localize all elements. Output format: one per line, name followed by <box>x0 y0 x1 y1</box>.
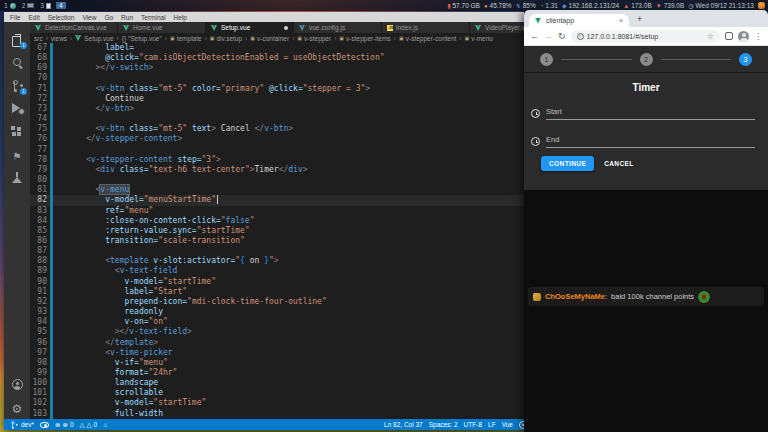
breadcrumb-item[interactable]: ›{} "Setup.vue" <box>116 35 162 42</box>
address-bar[interactable]: i 127.0.0.1:8081/#/setup ☆ <box>571 30 720 43</box>
breadcrumb-item[interactable]: ›▣v-stepper <box>291 35 331 42</box>
status-ln-82-col-37[interactable]: Ln 82, Col 37 <box>384 421 423 428</box>
cancel-button[interactable]: CANCEL <box>604 160 633 167</box>
menu-item-selection[interactable]: Selection <box>44 14 79 21</box>
activity-explorer[interactable]: 1 <box>4 28 30 51</box>
activity-source-control[interactable]: 1 <box>4 74 30 97</box>
workspace-button[interactable]: 2 <box>21 2 36 9</box>
breadcrumb[interactable]: src›views›Setup.vue›{} "Setup.vue"›▣temp… <box>30 33 582 43</box>
start-time-field[interactable]: Start <box>531 102 755 120</box>
extensions-puzzle-icon[interactable] <box>725 32 733 40</box>
browser-menu-icon[interactable]: ⋮ <box>754 32 762 41</box>
activity-bookmarks[interactable] <box>4 143 30 166</box>
browser-tab[interactable]: clientapp × <box>529 14 629 27</box>
breadcrumb-item[interactable]: ›views <box>45 35 67 42</box>
breadcrumb-item[interactable]: ›Setup.vue <box>69 35 113 42</box>
activity-account[interactable] <box>4 373 30 396</box>
code-line[interactable]: 86 transition="scale-transition" <box>30 236 582 246</box>
code-line[interactable]: 78 <v-stepper-content step="3"> <box>30 155 582 165</box>
status-home[interactable]: ⌂ <box>103 421 107 428</box>
code-line[interactable]: 97 <v-time-picker <box>30 348 582 358</box>
menu-item-terminal[interactable]: Terminal <box>137 14 170 21</box>
code-line[interactable]: 76 </v-stepper-content> <box>30 134 582 144</box>
code-line[interactable]: 84 :close-on-content-click="false" <box>30 216 582 226</box>
workspace-button[interactable]: 4 <box>56 2 66 9</box>
profile-avatar[interactable] <box>738 31 749 42</box>
code-line[interactable]: 98 v-if="menu" <box>30 358 582 368</box>
code-line[interactable]: 96 </template> <box>30 338 582 348</box>
code-line[interactable]: 77 <box>30 145 582 155</box>
status-spaces-2[interactable]: Spaces: 2 <box>429 421 458 428</box>
reload-icon[interactable]: ↻ <box>558 32 566 41</box>
code-line[interactable]: 81 <v-menu <box>30 185 582 195</box>
menu-item-edit[interactable]: Edit <box>24 14 43 21</box>
code-line[interactable]: 89 <v-text-field <box>30 266 582 276</box>
editor-tab[interactable]: Home.vue <box>118 22 206 33</box>
code-line[interactable]: 99 format="24hr" <box>30 368 582 378</box>
menu-item-file[interactable]: File <box>6 14 24 21</box>
menu-item-go[interactable]: Go <box>100 14 117 21</box>
editor-tab[interactable]: Setup.vue <box>206 22 294 33</box>
code-line[interactable]: 70 <box>30 73 582 83</box>
code-line[interactable]: 91 label="Start" <box>30 287 582 297</box>
code-line[interactable]: 90 v-model="startTime" <box>30 277 582 287</box>
code-line[interactable]: 73 </v-btn> <box>30 104 582 114</box>
code-line[interactable]: 79 <div class="text-h6 text-center">Time… <box>30 165 582 175</box>
end-field-label[interactable]: End <box>546 135 755 148</box>
status-vue[interactable]: Vue <box>502 421 513 428</box>
code-line[interactable]: 71 <v-btn class="mt-5" color="primary" @… <box>30 84 582 94</box>
status-eye[interactable] <box>40 422 49 428</box>
code-line[interactable]: 69 ></v-switch> <box>30 63 582 73</box>
menu-item-run[interactable]: Run <box>117 14 137 21</box>
forward-icon[interactable]: → <box>544 32 553 41</box>
workspace-button[interactable]: 3 <box>39 2 52 9</box>
editor-tab[interactable]: DetectionCanvas.vue <box>30 22 118 33</box>
status-utf-8[interactable]: UTF-8 <box>464 421 482 428</box>
activity-tests[interactable] <box>4 166 30 189</box>
editor-tab[interactable]: vue.config.js <box>294 22 382 33</box>
workspace-button[interactable]: 1 <box>3 2 17 9</box>
code-line[interactable]: 85 :return-value.sync="startTime" <box>30 226 582 236</box>
code-line[interactable]: 82 v-model="menuStartTime" <box>30 195 582 205</box>
code-line[interactable]: 67 label= <box>30 43 582 53</box>
activity-search[interactable] <box>4 51 30 74</box>
bookmark-star-icon[interactable]: ☆ <box>707 32 714 41</box>
code-line[interactable]: 92 prepend-icon="mdi-clock-time-four-out… <box>30 297 582 307</box>
code-line[interactable]: 95 ></v-text-field> <box>30 327 582 337</box>
code-line[interactable]: 72 Continue <box>30 94 582 104</box>
code-line[interactable]: 75 <v-btn class="mt-5" text> Cancel </v-… <box>30 124 582 134</box>
breadcrumb-item[interactable]: src <box>34 35 43 42</box>
code-line[interactable]: 83 ref="menu" <box>30 206 582 216</box>
status-0[interactable]: △△0 <box>80 421 98 429</box>
breadcrumb-item[interactable]: ›▣v-menu <box>458 35 493 42</box>
code-editor[interactable]: 67 label=68 @click="cam.isObjectDetectio… <box>30 43 582 419</box>
code-line[interactable]: 100 landscape <box>30 378 582 388</box>
start-field-label[interactable]: Start <box>546 107 755 120</box>
code-line[interactable]: 93 readonly <box>30 307 582 317</box>
code-line[interactable]: 74 <box>30 114 582 124</box>
activity-settings[interactable] <box>4 396 30 419</box>
continue-button[interactable]: CONTINUE <box>541 156 594 171</box>
tray-icon[interactable] <box>758 2 765 9</box>
breadcrumb-item[interactable]: ›▣div.setup <box>204 35 242 42</box>
menu-item-view[interactable]: View <box>78 14 100 21</box>
code-line[interactable]: 87 <box>30 246 582 256</box>
code-line[interactable]: 102 v-model="startTime" <box>30 398 582 408</box>
breadcrumb-item[interactable]: ›▣v-stepper-items <box>333 35 391 42</box>
code-line[interactable]: 101 scrollable <box>30 388 582 398</box>
status-lf[interactable]: LF <box>488 421 496 428</box>
breadcrumb-item[interactable]: ›▣v-container <box>244 35 289 42</box>
code-line[interactable]: 103 full-width <box>30 409 582 419</box>
code-line[interactable]: 94 v-on="on" <box>30 317 582 327</box>
code-line[interactable]: 88 <template v-slot:activator="{ on }"> <box>30 256 582 266</box>
status-0[interactable]: ⊗⊗0 <box>55 421 74 429</box>
editor-tab[interactable]: JSindex.js <box>382 22 470 33</box>
code-line[interactable]: 68 @click="cam.isObjectDetectionEnabled … <box>30 53 582 63</box>
site-info-icon[interactable]: i <box>577 33 584 40</box>
status-dev-[interactable]: dev* <box>9 419 34 431</box>
code-line[interactable]: 80 <box>30 175 582 185</box>
new-tab-button[interactable]: + <box>637 15 642 27</box>
tab-close-icon[interactable]: × <box>619 17 623 24</box>
activity-run-debug[interactable] <box>4 97 30 120</box>
breadcrumb-item[interactable]: ›▣template <box>164 35 202 42</box>
